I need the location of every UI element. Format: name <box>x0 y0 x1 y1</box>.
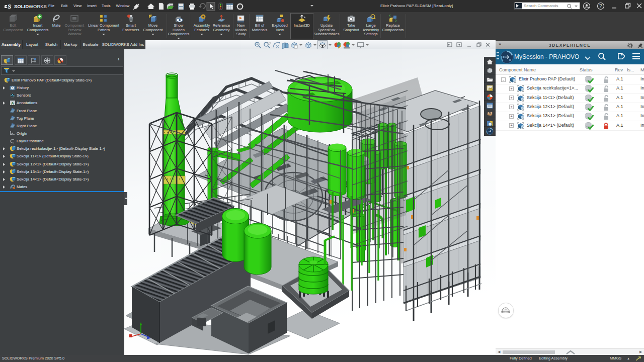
svg-text:SOLIDWORKS: SOLIDWORKS <box>14 4 47 9</box>
svg-text:?: ? <box>599 4 602 9</box>
svg-text:S: S <box>8 4 12 10</box>
svg-text:A: A <box>11 101 14 106</box>
